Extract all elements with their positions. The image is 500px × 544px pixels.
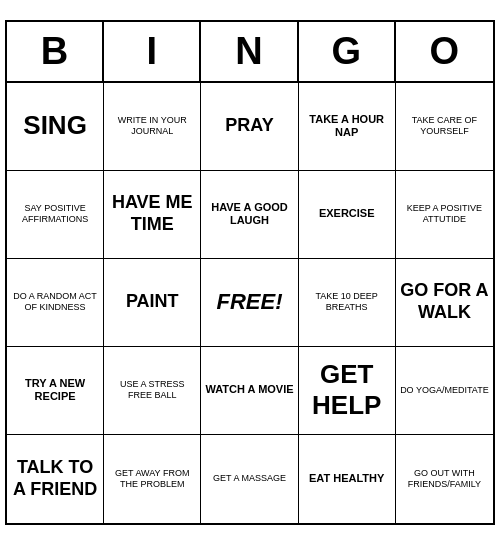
bingo-cell: GET AWAY FROM THE PROBLEM — [104, 435, 201, 523]
bingo-cell: USE A STRESS FREE BALL — [104, 347, 201, 435]
bingo-cell: TAKE 10 DEEP BREATHS — [299, 259, 396, 347]
header-letter: B — [7, 22, 104, 81]
bingo-cell: HAVE A GOOD LAUGH — [201, 171, 298, 259]
bingo-header: BINGO — [7, 22, 493, 83]
bingo-cell: EAT HEALTHY — [299, 435, 396, 523]
bingo-cell: TAKE CARE OF YOURSELF — [396, 83, 493, 171]
bingo-cell: PAINT — [104, 259, 201, 347]
header-letter: I — [104, 22, 201, 81]
bingo-cell: DO YOGA/MEDITATE — [396, 347, 493, 435]
bingo-cell: TALK TO A FRIEND — [7, 435, 104, 523]
header-letter: N — [201, 22, 298, 81]
bingo-card: BINGO SINGWRITE IN YOUR JOURNALPRAYTAKE … — [5, 20, 495, 525]
bingo-cell: SAY POSITIVE AFFIRMATIONS — [7, 171, 104, 259]
bingo-cell: TRY A NEW RECIPE — [7, 347, 104, 435]
bingo-cell: GO OUT WITH FRIENDS/FAMILY — [396, 435, 493, 523]
bingo-cell: Free! — [201, 259, 298, 347]
header-letter: O — [396, 22, 493, 81]
bingo-cell: WRITE IN YOUR JOURNAL — [104, 83, 201, 171]
bingo-cell: TAKE A HOUR NAP — [299, 83, 396, 171]
bingo-cell: GO FOR A WALK — [396, 259, 493, 347]
header-letter: G — [299, 22, 396, 81]
bingo-cell: EXERCISE — [299, 171, 396, 259]
bingo-cell: WATCH A MOVIE — [201, 347, 298, 435]
bingo-cell: PRAY — [201, 83, 298, 171]
bingo-cell: DO A RANDOM ACT OF KINDNESS — [7, 259, 104, 347]
bingo-cell: KEEP A POSITIVE ATTUTIDE — [396, 171, 493, 259]
bingo-grid: SINGWRITE IN YOUR JOURNALPRAYTAKE A HOUR… — [7, 83, 493, 523]
bingo-cell: SING — [7, 83, 104, 171]
bingo-cell: HAVE ME TIME — [104, 171, 201, 259]
bingo-cell: GET A MASSAGE — [201, 435, 298, 523]
bingo-cell: GET HELP — [299, 347, 396, 435]
